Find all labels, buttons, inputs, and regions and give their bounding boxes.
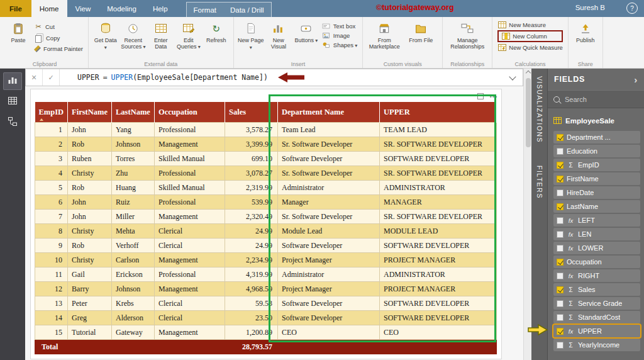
cell: Christy: [68, 253, 112, 267]
field-item-yearlyincome[interactable]: ΣYearlyIncome: [553, 339, 640, 351]
field-item-empid[interactable]: ΣEmpID: [553, 159, 640, 171]
field-item-occupation[interactable]: Occupation: [553, 256, 640, 268]
help-icon[interactable]: ?: [626, 3, 638, 14]
unchecked-checkbox[interactable]: [557, 314, 564, 321]
unchecked-checkbox[interactable]: [557, 300, 564, 307]
dataset-item-employeesale[interactable]: EmployeeSale: [548, 113, 644, 128]
report-view-button[interactable]: [3, 72, 22, 90]
formula-equals: =: [103, 73, 108, 82]
formula-arguments: (EmployeeSale[Department Name]): [133, 73, 268, 82]
dax-formula-input[interactable]: UPPER = UPPER (EmployeeSale[Department N…: [77, 73, 268, 82]
scroll-up-icon[interactable]: [525, 70, 530, 76]
commit-formula-button[interactable]: [43, 69, 60, 86]
column-header-upper[interactable]: UPPER: [380, 102, 497, 123]
signed-in-user[interactable]: Suresh B: [575, 4, 605, 11]
shapes-button[interactable]: Shapes: [322, 42, 357, 48]
new-visual-button[interactable]: New Visual: [265, 19, 292, 60]
tab-file[interactable]: File: [0, 0, 31, 17]
field-item-hiredate[interactable]: HireDate: [553, 186, 640, 199]
checked-checkbox[interactable]: [557, 328, 564, 335]
checked-checkbox[interactable]: [557, 134, 564, 141]
text-box-button[interactable]: Text box: [322, 23, 357, 30]
image-button[interactable]: Image: [322, 32, 357, 39]
field-item-right[interactable]: fxRIGHT: [553, 269, 640, 282]
unchecked-checkbox[interactable]: [557, 273, 564, 279]
from-file-button[interactable]: From File: [403, 19, 438, 60]
field-item-firstname[interactable]: FirstName: [553, 172, 640, 185]
scrollbar-thumb[interactable]: [526, 78, 531, 147]
tab-modeling[interactable]: Modeling: [99, 0, 145, 17]
tab-data-drill[interactable]: Data / Drill: [223, 3, 271, 17]
field-item-left[interactable]: fxLEFT: [553, 214, 640, 227]
cell: Greg: [68, 311, 112, 325]
new-quick-measure-button[interactable]: New Quick Measure: [497, 44, 563, 51]
cell: 8: [35, 224, 68, 239]
unchecked-checkbox[interactable]: [557, 245, 564, 252]
field-item-standardcost[interactable]: ΣStandardCost: [553, 311, 640, 323]
unchecked-checkbox[interactable]: [557, 231, 564, 238]
paste-button[interactable]: Paste: [5, 19, 31, 60]
format-painter-button[interactable]: Format Painter: [34, 45, 83, 52]
unchecked-checkbox[interactable]: [557, 217, 564, 224]
cell: Clerical: [155, 239, 225, 253]
group-label-clipboard: Clipboard: [1, 61, 88, 67]
cell: 11: [35, 267, 68, 282]
checked-checkbox[interactable]: [557, 176, 564, 183]
new-page-button[interactable]: New Page: [238, 19, 264, 60]
cell: 2,319.99: [225, 181, 278, 195]
table-visual[interactable]: EmpIDFirstNameLastNameOccupationSalesDep…: [30, 89, 502, 359]
column-header-department-name[interactable]: Department Name: [278, 102, 380, 123]
field-item-lower[interactable]: fxLOWER: [553, 242, 640, 254]
checked-checkbox[interactable]: [557, 203, 564, 210]
manage-relationships-button[interactable]: Manage Relationships: [447, 19, 488, 60]
formula-expand-chevron-icon[interactable]: [509, 73, 516, 80]
refresh-button[interactable]: ↻ Refresh: [203, 19, 230, 60]
collapse-panel-chevron-icon[interactable]: [634, 74, 638, 85]
field-item-education[interactable]: Education: [553, 145, 640, 157]
tab-home[interactable]: Home: [31, 0, 67, 17]
fields-search-box[interactable]: [548, 90, 644, 108]
data-view-button[interactable]: [3, 93, 22, 111]
field-item-service-grade[interactable]: ΣService Grade: [553, 297, 640, 310]
edit-queries-button[interactable]: Edit Queries: [175, 19, 202, 60]
field-item-len[interactable]: fxLEN: [553, 228, 640, 240]
unchecked-checkbox[interactable]: [557, 342, 564, 349]
tab-help[interactable]: Help: [145, 0, 176, 17]
total-row: Total 28,793.57: [35, 340, 497, 354]
column-header-sales[interactable]: Sales: [225, 102, 278, 123]
copy-button[interactable]: Copy: [34, 33, 83, 43]
formula-function-name: UPPER: [111, 73, 133, 82]
column-header-firstname[interactable]: FirstName: [68, 102, 112, 123]
field-item-upper[interactable]: fxUPPER: [553, 325, 640, 337]
filters-panel-tab[interactable]: FILTERS: [536, 166, 543, 199]
recent-sources-button[interactable]: Recent Sources: [120, 19, 147, 60]
new-column-button[interactable]: New Column: [501, 33, 557, 40]
field-item-sales[interactable]: ΣSales: [553, 283, 640, 296]
canvas-scrollbar[interactable]: [523, 69, 531, 360]
focus-mode-icon[interactable]: [477, 93, 484, 99]
publish-button[interactable]: Publish: [572, 19, 599, 60]
cut-button[interactable]: ✂Cut: [34, 23, 83, 31]
checked-checkbox[interactable]: [557, 162, 564, 169]
search-input[interactable]: [564, 95, 629, 104]
unchecked-checkbox[interactable]: [557, 189, 564, 196]
unchecked-checkbox[interactable]: [557, 148, 564, 155]
column-header-empid[interactable]: EmpID: [35, 102, 68, 123]
checked-checkbox[interactable]: [557, 286, 564, 293]
tab-format[interactable]: Format: [187, 3, 223, 17]
column-header-occupation[interactable]: Occupation: [155, 102, 225, 123]
enter-data-button[interactable]: Enter Data: [148, 19, 174, 60]
buttons-button[interactable]: Buttons: [293, 19, 319, 60]
from-marketplace-button[interactable]: From Marketplace: [367, 19, 402, 60]
field-item-department[interactable]: Department ...: [553, 131, 640, 143]
get-data-button[interactable]: Get Data: [92, 19, 119, 60]
column-header-lastname[interactable]: LastName: [112, 102, 155, 123]
model-view-button[interactable]: [3, 114, 22, 132]
cancel-formula-button[interactable]: [26, 69, 43, 86]
visualizations-panel-tab[interactable]: VISUALIZATIONS: [536, 76, 543, 143]
new-measure-button[interactable]: New Measure: [497, 21, 563, 28]
more-options-icon[interactable]: [489, 91, 497, 102]
checked-checkbox[interactable]: [557, 259, 564, 266]
field-item-lastname[interactable]: LastName: [553, 200, 640, 213]
tab-view[interactable]: View: [67, 0, 99, 17]
